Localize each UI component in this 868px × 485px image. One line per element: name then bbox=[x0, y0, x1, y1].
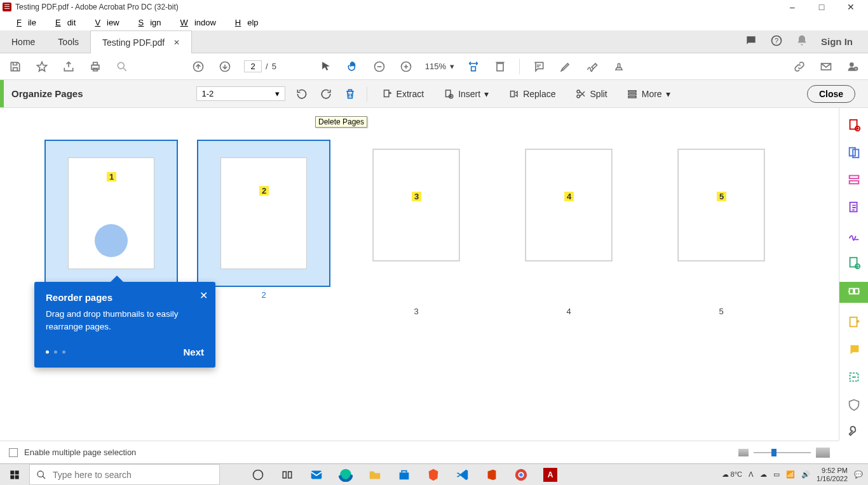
edge-app-icon[interactable] bbox=[333, 464, 358, 486]
taskbar-search[interactable]: Type here to search bbox=[29, 464, 220, 485]
vscode-app-icon[interactable] bbox=[450, 464, 475, 486]
clock[interactable]: 9:52 PM 1/16/2022 bbox=[817, 467, 848, 482]
wifi-tray-icon[interactable]: 📶 bbox=[786, 470, 795, 479]
tab-document[interactable]: Testing PDF.pdf ✕ bbox=[90, 30, 192, 53]
title-bar: Testing PDF.pdf - Adobe Acrobat Pro DC (… bbox=[0, 0, 868, 14]
tray-chevron-icon[interactable]: ᐱ bbox=[749, 470, 754, 479]
minimize-button[interactable]: – bbox=[778, 0, 807, 14]
thumb-size-slider[interactable] bbox=[754, 452, 811, 453]
page-thumbnail-4[interactable]: 4 4 bbox=[502, 140, 635, 287]
chevron-down-icon: ▾ bbox=[450, 62, 454, 71]
svg-rect-34 bbox=[854, 288, 858, 293]
search-icon[interactable] bbox=[114, 59, 130, 74]
link-icon[interactable] bbox=[792, 59, 807, 74]
menu-window[interactable]: Window bbox=[168, 17, 222, 29]
insert-button[interactable]: Insert ▾ bbox=[438, 86, 494, 102]
scan-ocr-icon[interactable] bbox=[845, 369, 863, 385]
protect-icon[interactable] bbox=[845, 397, 863, 413]
save-icon[interactable] bbox=[8, 59, 23, 74]
close-organize-button[interactable]: Close bbox=[807, 85, 855, 103]
page-thumbnail-3[interactable]: 3 3 bbox=[349, 140, 483, 287]
stamp-icon[interactable] bbox=[611, 59, 627, 74]
print-icon[interactable] bbox=[88, 59, 103, 74]
acrobat-app-icon[interactable]: A bbox=[538, 464, 563, 486]
comment-icon[interactable] bbox=[531, 59, 546, 74]
close-tab-icon[interactable]: ✕ bbox=[173, 38, 180, 47]
svg-rect-39 bbox=[10, 475, 14, 479]
comment-tool-icon[interactable] bbox=[845, 342, 863, 357]
user-icon[interactable]: + bbox=[845, 59, 860, 74]
edit-pdf-icon[interactable] bbox=[845, 172, 863, 188]
split-button[interactable]: Split bbox=[570, 86, 613, 102]
replace-button[interactable]: Replace bbox=[503, 86, 560, 102]
battery-tray-icon[interactable]: ▭ bbox=[773, 470, 780, 479]
close-callout-icon[interactable]: ✕ bbox=[200, 289, 208, 302]
extract-button[interactable]: Extract bbox=[376, 86, 430, 102]
export-pdf-icon[interactable] bbox=[845, 199, 863, 215]
next-page-icon[interactable] bbox=[217, 59, 233, 74]
enable-multiselect-label: Enable multiple page selection bbox=[24, 448, 136, 457]
menu-help[interactable]: Help bbox=[222, 17, 265, 29]
onedrive-tray-icon[interactable]: ☁ bbox=[760, 470, 767, 479]
enable-multiselect-checkbox[interactable] bbox=[9, 448, 18, 457]
explorer-app-icon[interactable] bbox=[362, 464, 388, 486]
callout-next-button[interactable]: Next bbox=[183, 347, 204, 357]
menu-file[interactable]: File bbox=[4, 17, 43, 29]
more-button[interactable]: More ▾ bbox=[621, 86, 675, 102]
svg-rect-33 bbox=[849, 288, 853, 293]
menu-sign[interactable]: Sign bbox=[126, 17, 168, 29]
volume-tray-icon[interactable]: 🔊 bbox=[801, 470, 810, 479]
chrome-app-icon[interactable] bbox=[508, 464, 534, 486]
office-app-icon[interactable] bbox=[479, 464, 505, 486]
bell-icon[interactable] bbox=[796, 34, 808, 50]
page-thumbnail-2[interactable]: 2 2 bbox=[197, 140, 330, 287]
weather-widget[interactable]: ☁ 8°C bbox=[722, 470, 743, 479]
organize-pages-icon[interactable] bbox=[839, 282, 869, 303]
sign-in-link[interactable]: Sign In bbox=[821, 36, 853, 47]
page-range-dropdown[interactable]: 1-2▾ bbox=[196, 86, 285, 101]
mail-app-icon[interactable] bbox=[304, 464, 329, 486]
fit-width-icon[interactable] bbox=[466, 59, 481, 74]
start-button[interactable] bbox=[0, 464, 29, 485]
close-window-button[interactable]: ✕ bbox=[836, 0, 865, 14]
menu-view[interactable]: View bbox=[82, 17, 125, 29]
fill-sign-icon[interactable] bbox=[845, 227, 863, 243]
page-thumbnail-5[interactable]: 5 5 bbox=[654, 140, 788, 287]
hand-tool-icon[interactable] bbox=[345, 59, 360, 74]
highlight-icon[interactable] bbox=[558, 59, 573, 74]
mail-icon[interactable] bbox=[818, 59, 834, 74]
brave-app-icon[interactable] bbox=[421, 464, 446, 486]
zoom-select[interactable]: 115% ▾ bbox=[425, 62, 454, 71]
notifications-tray-icon[interactable]: 💬 bbox=[854, 470, 863, 479]
page-thumbnail-1[interactable]: 1 1 bbox=[44, 140, 178, 287]
request-signatures-icon[interactable] bbox=[845, 255, 863, 270]
prev-page-icon[interactable] bbox=[191, 59, 206, 74]
sign-tool-icon[interactable] bbox=[585, 59, 600, 74]
task-view-icon[interactable] bbox=[245, 464, 271, 486]
zoom-out-icon[interactable] bbox=[372, 59, 387, 74]
store-app-icon[interactable] bbox=[391, 464, 417, 486]
more-tools-icon[interactable] bbox=[845, 425, 863, 441]
combine-files-icon[interactable] bbox=[845, 144, 863, 160]
page-number-input[interactable] bbox=[244, 60, 262, 72]
chat-icon[interactable] bbox=[745, 34, 757, 50]
delete-pages-icon[interactable] bbox=[342, 86, 358, 102]
create-pdf-icon[interactable] bbox=[845, 117, 863, 133]
rotate-ccw-icon[interactable] bbox=[294, 86, 309, 102]
svg-point-50 bbox=[519, 472, 523, 477]
pointer-tool-icon[interactable] bbox=[318, 59, 334, 74]
menu-edit[interactable]: Edit bbox=[43, 17, 82, 29]
thumb-size-small-icon[interactable] bbox=[738, 449, 749, 456]
zoom-in-icon[interactable] bbox=[398, 59, 414, 74]
tab-tools[interactable]: Tools bbox=[46, 30, 90, 53]
rotate-cw-icon[interactable] bbox=[318, 86, 334, 102]
help-icon[interactable]: ? bbox=[770, 34, 783, 50]
taskbar-app-icon[interactable] bbox=[275, 464, 300, 486]
maximize-button[interactable]: □ bbox=[807, 0, 836, 14]
share-icon[interactable] bbox=[61, 59, 76, 74]
page-display-icon[interactable] bbox=[492, 59, 508, 74]
tab-home[interactable]: Home bbox=[0, 30, 46, 53]
compress-pdf-icon[interactable] bbox=[845, 314, 863, 330]
thumb-size-large-icon[interactable] bbox=[816, 448, 830, 458]
star-icon[interactable] bbox=[34, 59, 50, 74]
